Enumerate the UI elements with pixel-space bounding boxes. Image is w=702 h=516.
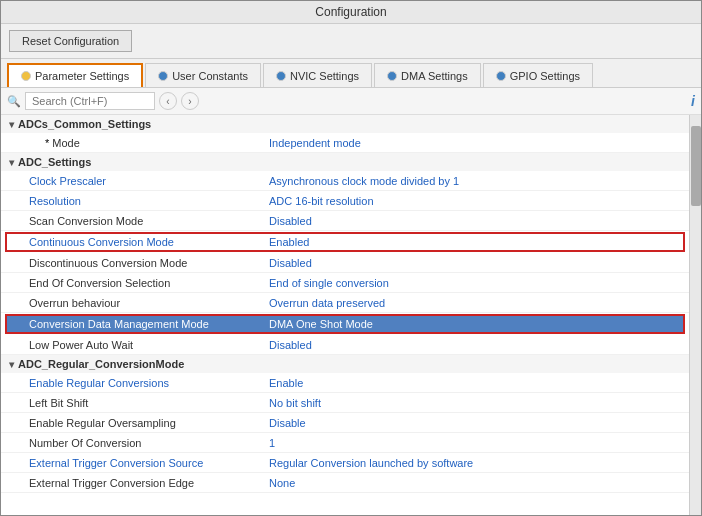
tab-gpio-settings[interactable]: GPIO Settings [483,63,593,87]
section-adc-regular[interactable]: ▾ADC_Regular_ConversionMode [1,355,689,373]
table-row[interactable]: Left Bit ShiftNo bit shift [1,393,689,413]
section-adc-settings[interactable]: ▾ADC_Settings [1,153,689,171]
setting-value: Disable [269,417,306,429]
setting-name: Discontinuous Conversion Mode [29,257,269,269]
setting-value: Asynchronous clock mode divided by 1 [269,175,459,187]
tab-label: User Constants [172,70,248,82]
setting-name: External Trigger Conversion Source [29,457,269,469]
table-row[interactable]: External Trigger Conversion SourceRegula… [1,453,689,473]
window-title: Configuration [315,5,386,19]
scrollbar[interactable] [689,115,701,515]
setting-value: None [269,477,295,489]
setting-value: End of single conversion [269,277,389,289]
table-row[interactable]: Discontinuous Conversion ModeDisabled [1,253,689,273]
setting-name: Clock Prescaler [29,175,269,187]
setting-value: ADC 16-bit resolution [269,195,374,207]
section-label: ADCs_Common_Settings [18,118,151,130]
content-area: ▾ADCs_Common_SettingsModeIndependent mod… [1,115,701,515]
setting-value: Overrun data preserved [269,297,385,309]
table-row[interactable]: Overrun behaviourOverrun data preserved [1,293,689,313]
setting-name: End Of Conversion Selection [29,277,269,289]
table-row[interactable]: Number Of Conversion1 [1,433,689,453]
setting-value: DMA One Shot Mode [269,318,373,330]
title-bar: Configuration [1,1,701,24]
section-arrow: ▾ [9,119,14,130]
setting-name: External Trigger Conversion Edge [29,477,269,489]
setting-value: Disabled [269,339,312,351]
table-row[interactable]: Continuous Conversion ModeEnabled [5,232,685,252]
tab-user-constants[interactable]: User Constants [145,63,261,87]
table-row[interactable]: Low Power Auto WaitDisabled [1,335,689,355]
setting-name: Enable Regular Oversampling [29,417,269,429]
section-arrow: ▾ [9,157,14,168]
tab-dot-icon [276,71,286,81]
tab-dot-icon [387,71,397,81]
section-label: ADC_Regular_ConversionMode [18,358,184,370]
setting-value: Enable [269,377,303,389]
search-icon: 🔍 [7,95,21,108]
setting-value: Regular Conversion launched by software [269,457,473,469]
tab-dot-icon [21,71,31,81]
setting-name: Number Of Conversion [29,437,269,449]
setting-name: Low Power Auto Wait [29,339,269,351]
main-window: Configuration Reset Configuration Parame… [0,0,702,516]
settings-panel: ▾ADCs_Common_SettingsModeIndependent mod… [1,115,689,515]
section-arrow: ▾ [9,359,14,370]
tab-nvic-settings[interactable]: NVIC Settings [263,63,372,87]
tab-bar: Parameter SettingsUser ConstantsNVIC Set… [1,59,701,88]
setting-value: Disabled [269,215,312,227]
table-row[interactable]: External Trigger Conversion EdgeNone [1,473,689,493]
toolbar: Reset Configuration [1,24,701,59]
tab-label: Parameter Settings [35,70,129,82]
setting-value: Disabled [269,257,312,269]
setting-value: No bit shift [269,397,321,409]
table-row[interactable]: ModeIndependent mode [1,133,689,153]
reset-config-button[interactable]: Reset Configuration [9,30,132,52]
setting-name: Mode [29,137,269,149]
table-row[interactable]: End Of Conversion SelectionEnd of single… [1,273,689,293]
setting-value: 1 [269,437,275,449]
table-row[interactable]: ResolutionADC 16-bit resolution [1,191,689,211]
setting-name: Left Bit Shift [29,397,269,409]
section-adcs-common[interactable]: ▾ADCs_Common_Settings [1,115,689,133]
table-row[interactable]: Scan Conversion ModeDisabled [1,211,689,231]
setting-name: Scan Conversion Mode [29,215,269,227]
section-label: ADC_Settings [18,156,91,168]
tab-parameter-settings[interactable]: Parameter Settings [7,63,143,87]
next-arrow[interactable]: › [181,92,199,110]
table-row[interactable]: Enable Regular ConversionsEnable [1,373,689,393]
setting-name: Continuous Conversion Mode [29,236,269,248]
setting-name: Resolution [29,195,269,207]
setting-name: Conversion Data Management Mode [29,318,269,330]
prev-arrow[interactable]: ‹ [159,92,177,110]
tab-label: NVIC Settings [290,70,359,82]
setting-value: Enabled [269,236,309,248]
tab-dot-icon [496,71,506,81]
tab-label: GPIO Settings [510,70,580,82]
table-row[interactable]: Clock PrescalerAsynchronous clock mode d… [1,171,689,191]
search-input[interactable] [25,92,155,110]
table-row[interactable]: Enable Regular OversamplingDisable [1,413,689,433]
tab-dma-settings[interactable]: DMA Settings [374,63,481,87]
info-icon: i [691,93,695,109]
tab-dot-icon [158,71,168,81]
scrollbar-thumb [691,126,701,206]
setting-value: Independent mode [269,137,361,149]
setting-name: Overrun behaviour [29,297,269,309]
table-row[interactable]: Conversion Data Management ModeDMA One S… [5,314,685,334]
setting-name: Enable Regular Conversions [29,377,269,389]
search-bar: 🔍 ‹ › i [1,88,701,115]
tab-label: DMA Settings [401,70,468,82]
